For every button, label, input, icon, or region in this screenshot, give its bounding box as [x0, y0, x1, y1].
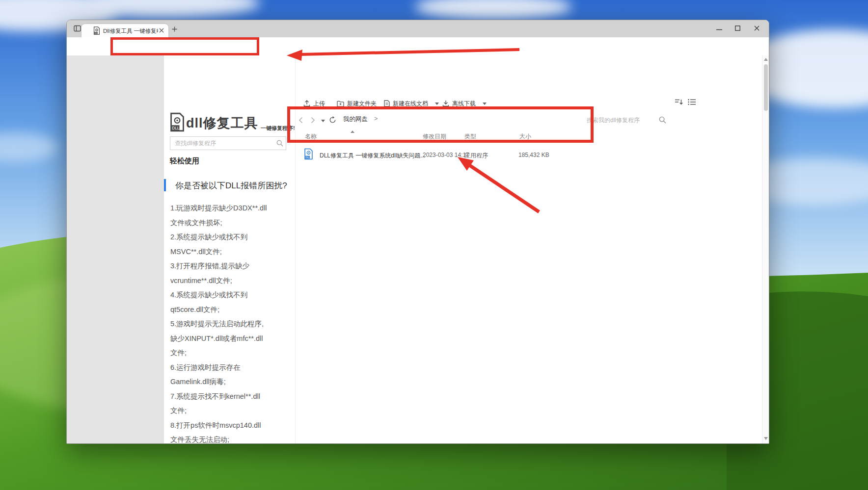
column-date[interactable]: 修改日期	[423, 132, 446, 141]
maximize-icon[interactable]	[735, 26, 740, 31]
browser-titlebar: DLL Dll修复工具 一键修复电脑丢失D	[67, 20, 769, 37]
column-type[interactable]: 类型	[464, 132, 476, 141]
file-row[interactable]: DLL DLL修复工具 一键修复系统dll缺失问题... 2023-03-03 …	[298, 145, 759, 166]
sort-order-icon[interactable]	[675, 99, 683, 105]
sort-asc-icon	[351, 130, 354, 133]
scroll-up-icon[interactable]	[764, 58, 768, 61]
drive-refresh-icon[interactable]	[329, 116, 336, 124]
list-line: 4.系统提示缺少或找不到	[170, 288, 291, 303]
drive-search-icon[interactable]	[659, 116, 666, 124]
minimize-icon[interactable]	[716, 28, 722, 30]
list-line: qt5core.dll文件;	[170, 303, 291, 317]
list-line: Gamelink.dll病毒;	[170, 375, 291, 389]
new-doc-caret-icon[interactable]	[435, 103, 439, 105]
new-folder-label: 新建文件夹	[347, 100, 377, 108]
new-tab-icon[interactable]	[172, 26, 177, 32]
file-date: 2023-03-03 14:17	[423, 152, 469, 158]
list-line: 8.打开ps软件时msvcp140.dll	[170, 418, 291, 433]
file-name[interactable]: DLL修复工具 一键修复系统dll缺失问题...	[320, 152, 425, 160]
tab-title: Dll修复工具 一键修复电脑丢失D	[103, 27, 158, 35]
sidebar-search-input[interactable]	[170, 136, 286, 150]
offline-download-caret-icon[interactable]	[483, 103, 487, 105]
section-label: 轻松使用	[170, 156, 199, 166]
dll-file-icon: DLL	[304, 148, 313, 160]
browser-tab-active[interactable]: DLL Dll修复工具 一键修复电脑丢失D	[81, 24, 168, 37]
column-name[interactable]: 名称	[305, 132, 317, 141]
list-line: 2.系统提示缺少或找不到	[170, 230, 291, 245]
offline-download-label: 离线下载	[452, 100, 476, 108]
list-line: 文件或文件损坏;	[170, 216, 291, 231]
list-line: 文件;	[170, 404, 291, 418]
list-line: 7.系统提示找不到kernel**.dll	[170, 389, 291, 404]
window-close-icon[interactable]	[754, 26, 760, 31]
drive-panel	[295, 55, 763, 443]
sidebar-heading: 你是否被以下DLL报错所困扰?	[175, 180, 287, 191]
list-line: 文件;	[170, 346, 291, 361]
list-line: 文件丢失无法启动;	[170, 433, 291, 443]
offline-download-button[interactable]: 离线下载	[442, 97, 487, 110]
scroll-down-icon[interactable]	[764, 437, 768, 440]
svg-text:DLL: DLL	[305, 156, 310, 159]
offline-download-icon	[442, 100, 449, 107]
upload-icon	[303, 100, 310, 107]
breadcrumb-separator: >	[374, 115, 378, 122]
dll-logo-icon: DLL	[169, 112, 185, 132]
view-list-icon[interactable]	[688, 99, 696, 105]
new-folder-button[interactable]: 新建文件夹	[337, 97, 377, 110]
new-folder-icon	[337, 101, 344, 107]
list-line: MSVC**.dll文件;	[170, 245, 291, 259]
sidebar-search-icon[interactable]	[276, 140, 283, 147]
page-left-gutter	[67, 55, 164, 443]
file-size: 185,432 KB	[518, 152, 549, 158]
brand-tagline: 一键修复程序!	[261, 125, 295, 132]
browser-window: DLL Dll修复工具 一键修复电脑丢失D	[66, 20, 769, 444]
page-content: DLL dll修复工具 一键修复程序! 轻松使用 你是否被以下DLL报错所困扰?…	[67, 55, 769, 443]
list-line: 6.运行游戏时提示存在	[170, 361, 291, 375]
drive-forward-icon[interactable]	[311, 117, 315, 124]
scrollbar-thumb[interactable]	[764, 64, 768, 111]
new-online-doc-label: 新建在线文档	[393, 100, 428, 108]
drive-back-icon[interactable]	[298, 117, 303, 124]
new-online-doc-button[interactable]: 新建在线文档	[384, 97, 439, 110]
column-size[interactable]: 大小	[519, 132, 531, 141]
desktop: DLL Dll修复工具 一键修复电脑丢失D	[0, 0, 868, 490]
breadcrumb-root[interactable]: 我的网盘	[343, 115, 368, 124]
history-caret-icon[interactable]	[321, 120, 325, 122]
list-line: 3.打开程序报错,提示缺少	[170, 259, 291, 274]
svg-text:DLL: DLL	[94, 32, 98, 34]
new-doc-icon	[384, 100, 390, 107]
dll-problem-list: 1.玩游戏时提示缺少D3DX**.dll 文件或文件损坏; 2.系统提示缺少或找…	[170, 201, 291, 443]
list-line: 5.游戏时提示无法启动此程序,	[170, 317, 291, 332]
list-line: 缺少XINPUT*.dll或者mfc**.dll	[170, 332, 291, 346]
page-scrollbar[interactable]	[762, 55, 769, 443]
list-line: vcruntime**.dll文件;	[170, 274, 291, 288]
svg-text:DLL: DLL	[172, 126, 179, 130]
list-line: 1.玩游戏时提示缺少D3DX**.dll	[170, 201, 291, 216]
dll-favicon-icon: DLL	[93, 26, 100, 35]
browser-toolbar: | www.dll修复文件.site A	[67, 37, 769, 56]
file-type: 应用程序	[464, 152, 488, 160]
heading-accent-bar	[164, 179, 166, 191]
brand-title: dll修复工具	[186, 114, 258, 132]
tab-actions-icon[interactable]	[74, 25, 81, 32]
upload-button[interactable]: 上传	[303, 97, 325, 110]
tab-close-icon[interactable]	[159, 28, 164, 33]
upload-label: 上传	[313, 100, 325, 108]
